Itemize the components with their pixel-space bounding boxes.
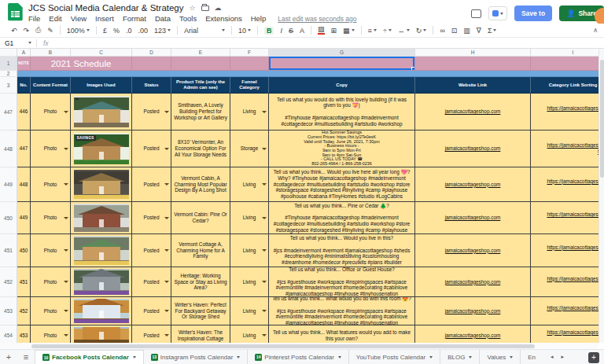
cell-copy[interactable]: Tell us what you think... Would you live…	[269, 234, 415, 267]
explore-button[interactable]: +	[588, 352, 599, 363]
chevron-down-icon[interactable]	[262, 183, 267, 186]
save-to-button[interactable]: Save to	[514, 6, 552, 21]
cell-funnel-category[interactable]: Living	[230, 94, 269, 131]
chevron-down-icon[interactable]	[262, 148, 267, 150]
chevron-down-icon[interactable]	[64, 281, 68, 283]
row-header-450[interactable]: 450	[0, 202, 17, 234]
undo-icon[interactable]: ↶	[11, 27, 17, 35]
menu-extensions[interactable]: Extensions	[205, 14, 241, 23]
cell-website-link[interactable]: jamaicacottageshop.com	[415, 167, 531, 202]
vertical-scrollbar-thumb[interactable]	[600, 60, 604, 178]
extension-dropdown-button[interactable]	[488, 6, 507, 20]
menu-tools[interactable]: Tools	[179, 14, 197, 23]
chevron-down-icon[interactable]	[164, 111, 169, 113]
cell-category-link[interactable]: https://jamaicacottageshop.co ving/	[531, 94, 598, 131]
tab-en-clipped[interactable]: En	[521, 350, 543, 364]
increase-decimals-button[interactable]: .00	[138, 27, 148, 35]
vertical-align-button[interactable]: ÷	[383, 27, 392, 35]
cell-funnel-category[interactable]: Living	[230, 267, 269, 297]
chevron-down-icon[interactable]	[164, 183, 169, 186]
vertical-scrollbar[interactable]	[598, 49, 604, 343]
cell-product-title[interactable]: Smithaven, A Lovely Building Perfect for…	[171, 94, 230, 131]
font-select[interactable]: Arial	[184, 27, 225, 35]
cell-website-link[interactable]: jamaicacottageshop.com	[415, 202, 531, 234]
decrease-decimals-button[interactable]: .0	[126, 27, 132, 35]
column-header-a[interactable]: A	[17, 49, 31, 57]
cell-category-link[interactable]: https://jamaicacottageshop.co ving/	[531, 202, 598, 234]
chevron-down-icon[interactable]	[262, 249, 267, 252]
chevron-down-icon[interactable]	[510, 356, 513, 358]
header-status[interactable]: Status	[132, 77, 171, 94]
horizontal-align-button[interactable]: ≡	[368, 27, 377, 35]
star-icon[interactable]: ☆	[190, 4, 196, 12]
tab-youtube-posts-calendar[interactable]: YouTube Posts Calendar	[349, 350, 440, 364]
cell-category-link[interactable]: https://jamaicacottageshop.co ving/	[531, 325, 598, 343]
filter-icon[interactable]: ∇	[477, 27, 481, 35]
cell-category-link[interactable]: https://jamaicacottageshop.co ving/	[531, 267, 598, 297]
cell-product-title[interactable]: Writer's Haven: Perfect For Backyard Get…	[171, 297, 230, 325]
cell-website-link[interactable]: jamaicacottageshop.com	[415, 94, 531, 131]
column-header-h[interactable]: H	[415, 49, 531, 57]
tab-blog[interactable]: BLOG	[440, 350, 480, 364]
row-header-452[interactable]: 452	[0, 267, 17, 297]
cell[interactable]	[132, 57, 171, 71]
cell-funnel-category[interactable]: Living	[230, 325, 269, 343]
chevron-down-icon[interactable]	[164, 281, 169, 283]
redo-icon[interactable]: ↷	[24, 27, 30, 35]
cell-content-format[interactable]: Photo	[31, 131, 71, 167]
blue-divider-cell[interactable]	[17, 71, 598, 77]
cell-product-title[interactable]: Heritage: Working Space or Stay as Livin…	[171, 267, 230, 297]
cell-funnel-category[interactable]: Living	[230, 234, 269, 267]
cell-category-link[interactable]: https://jamaicacottageshop.co torage/	[531, 131, 598, 167]
cell-no[interactable]: 448	[17, 167, 31, 202]
cell-image[interactable]	[71, 325, 132, 343]
tab-values[interactable]: Values	[480, 350, 521, 364]
chevron-down-icon[interactable]	[64, 148, 68, 150]
cell-content-format[interactable]: Photo	[31, 325, 71, 343]
cell-no[interactable]: 451	[17, 267, 31, 297]
menu-help[interactable]: Help	[251, 14, 267, 23]
cell-category-link[interactable]: https://jamaicacottageshop.co ving/	[531, 234, 598, 267]
chevron-down-icon[interactable]	[64, 310, 68, 312]
cell-content-format[interactable]: Photo	[31, 297, 71, 325]
text-rotation-button[interactable]: ↻	[416, 27, 427, 35]
cell-image[interactable]	[71, 167, 132, 202]
cell-content-format[interactable]: Photo	[31, 267, 71, 297]
header-copy[interactable]: Copy	[269, 77, 415, 94]
cell-image[interactable]	[71, 202, 132, 234]
chevron-down-icon[interactable]	[262, 334, 267, 336]
cell-funnel-category[interactable]: Living	[230, 202, 269, 234]
more-formats-button[interactable]: 123	[154, 27, 171, 35]
header-product-title[interactable]: Product Title (only the Admin can see)	[171, 77, 230, 94]
cell-copy[interactable]: Tell us what you think... What features …	[269, 325, 415, 343]
cell-status[interactable]: Posted	[132, 234, 171, 267]
currency-format-button[interactable]: £	[103, 27, 107, 35]
row-header-454[interactable]: 454	[0, 325, 17, 343]
column-header-f[interactable]: F	[230, 49, 269, 57]
horizontal-scrollbar-thumb[interactable]	[31, 344, 535, 348]
chevron-down-icon[interactable]	[164, 148, 169, 150]
cell-website-link[interactable]: jamaicacottageshop.com	[415, 325, 531, 343]
cell-product-title[interactable]: Vermont Cabin: Pine Or Cedar?	[171, 202, 230, 234]
move-folder-icon[interactable]	[201, 6, 209, 11]
tab-facebook-posts-calendar[interactable]: 10 Facebook Posts Calendar	[35, 350, 144, 364]
chevron-down-icon[interactable]	[164, 217, 169, 219]
cell-copy[interactable]: Tell us what you think... What would you…	[269, 297, 415, 325]
menu-view[interactable]: View	[71, 14, 87, 23]
chevron-down-icon[interactable]	[262, 310, 267, 312]
column-header-c[interactable]: C	[71, 49, 132, 57]
cell-content-format[interactable]: Photo	[31, 94, 71, 131]
text-wrap-button[interactable]: ↔	[398, 27, 410, 35]
menu-insert[interactable]: Insert	[95, 14, 114, 23]
cell-content-format[interactable]: Photo	[31, 202, 71, 234]
menu-edit[interactable]: Edit	[49, 14, 61, 23]
cell[interactable]	[230, 57, 269, 71]
insert-comment-icon[interactable]: ⊡	[451, 27, 458, 35]
cell-category-link[interactable]: https://jamaicacottageshop.co ving/	[531, 297, 598, 325]
chevron-down-icon[interactable]	[164, 310, 169, 312]
chevron-down-icon[interactable]	[133, 356, 136, 358]
header-images-used[interactable]: Images Used	[71, 77, 132, 94]
chevron-down-icon[interactable]	[262, 217, 267, 219]
cell-no[interactable]: 452	[17, 297, 31, 325]
cell-category-link[interactable]: https://jamaicacottageshop.co ving/	[531, 167, 598, 202]
